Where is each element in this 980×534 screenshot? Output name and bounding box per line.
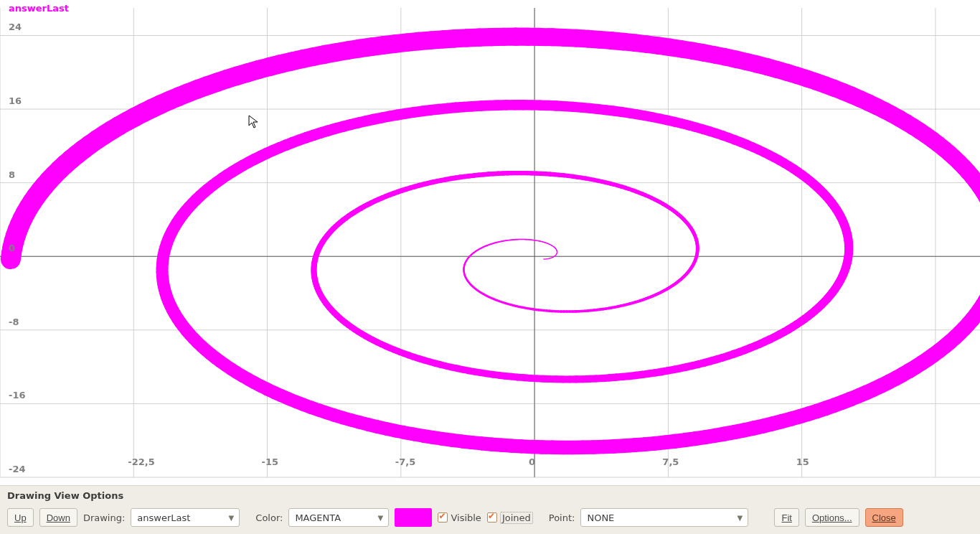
x-tick-label: 0 <box>529 456 535 467</box>
cursor-icon <box>248 115 260 129</box>
up-button[interactable]: Up <box>7 508 34 527</box>
chevron-down-icon: ▼ <box>225 514 237 522</box>
y-tick-label: -8 <box>9 317 19 327</box>
series-label: answerLast <box>9 3 69 14</box>
x-tick-label: 15 <box>796 456 809 467</box>
options-button[interactable]: Options... <box>805 508 859 527</box>
y-tick-label: 16 <box>9 95 22 106</box>
point-select[interactable]: NONE ▼ <box>580 508 748 527</box>
drawing-view-options-panel: Drawing View Options Up Down Drawing: an… <box>0 485 980 534</box>
color-select[interactable]: MAGENTA ▼ <box>288 508 389 527</box>
svg-line-916 <box>11 253 11 259</box>
x-tick-label: -22,5 <box>128 456 154 467</box>
y-tick-label: -24 <box>9 464 26 474</box>
panel-title: Drawing View Options <box>7 490 973 501</box>
drawing-label: Drawing: <box>83 512 125 523</box>
y-tick-label: 8 <box>9 169 15 180</box>
plot-area[interactable]: answerLast 241680-8-16-24-22,5-15-7,507,… <box>0 0 980 485</box>
plot-canvas <box>0 0 980 485</box>
checkbox-icon <box>487 512 497 523</box>
fit-button[interactable]: Fit <box>774 508 798 527</box>
drawing-select[interactable]: answerLast ▼ <box>131 508 240 527</box>
chevron-down-icon: ▼ <box>374 514 387 522</box>
visible-checkbox[interactable]: Visible <box>438 512 481 523</box>
y-tick-label: 0 <box>9 243 15 253</box>
x-tick-label: -7,5 <box>395 456 415 467</box>
chevron-down-icon: ▼ <box>733 514 746 522</box>
controls-row: Up Down Drawing: answerLast ▼ Color: MAG… <box>7 508 973 527</box>
down-button[interactable]: Down <box>39 508 77 527</box>
x-tick-label: -15 <box>262 456 279 467</box>
color-label: Color: <box>255 512 283 523</box>
color-swatch <box>395 508 432 527</box>
x-tick-label: 7,5 <box>662 456 679 467</box>
joined-checkbox[interactable]: Joined <box>487 512 533 524</box>
checkbox-icon <box>438 512 448 523</box>
point-label: Point: <box>549 512 575 523</box>
close-button[interactable]: Close <box>865 508 903 527</box>
y-tick-label: -16 <box>9 390 26 400</box>
y-tick-label: 24 <box>9 22 22 32</box>
